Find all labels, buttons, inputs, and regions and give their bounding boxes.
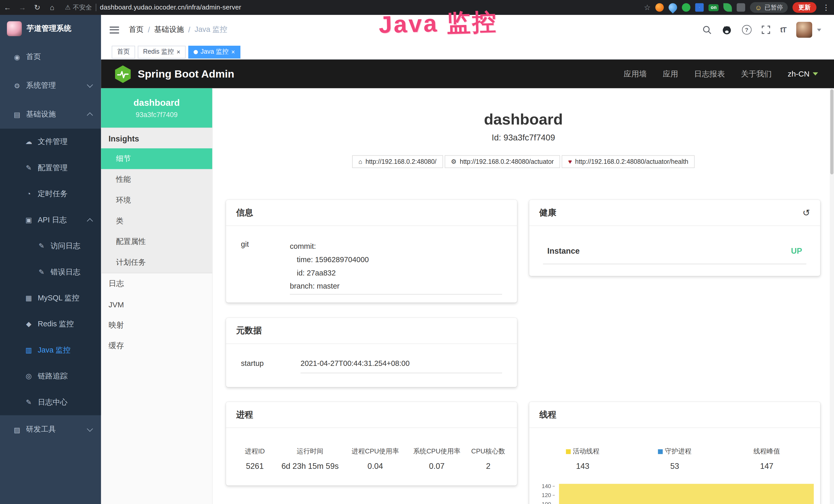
hamburger-icon[interactable] (110, 26, 119, 33)
chrome-toolbar-right: ☆ on ☺ 已暂停 更新 ⋮ (644, 0, 830, 15)
security-warning[interactable]: ⚠ 不安全 (65, 3, 92, 12)
extension-grid-icon[interactable] (695, 3, 704, 12)
service-url-link[interactable]: ⌂ http://192.168.0.2:48080/ (352, 155, 443, 168)
tab-redis-monitor[interactable]: Redis 监控 × (138, 45, 185, 58)
tab-home[interactable]: 首页 (112, 45, 135, 58)
sidebar-item-scheduled-jobs[interactable]: ◔ 定时任务 (0, 181, 101, 207)
page-title: dashboard (213, 111, 834, 128)
scrollbar-thumb[interactable] (830, 89, 833, 174)
url-text[interactable]: dashboard.yudao.iocoder.cn/infra/admin-s… (100, 4, 241, 11)
sidebar-item-label: 错误日志 (50, 267, 81, 277)
sba-item-config-props[interactable]: 配置属性 (101, 231, 212, 252)
sba-nav-applications[interactable]: 应用 (663, 69, 678, 79)
sba-item-caches[interactable]: 缓存 (101, 336, 212, 357)
tab-java-monitor[interactable]: Java 监控 × (188, 45, 240, 58)
address-bar[interactable]: ⚠ 不安全 dashboard.yudao.iocoder.cn/infra/a… (65, 3, 241, 12)
update-button[interactable]: 更新 (792, 2, 816, 13)
back-icon[interactable]: ← (0, 3, 15, 12)
sidebar-item-file-mgmt[interactable]: ☁ 文件管理 (0, 129, 101, 155)
github-icon[interactable] (722, 25, 732, 35)
actuator-url-link[interactable]: ⚙ http://192.168.0.2:48080/actuator (444, 155, 560, 168)
sidebar-item-log-center[interactable]: ✎ 日志中心 (0, 389, 101, 415)
sidebar-item-home[interactable]: ◉ 首页 (0, 43, 101, 71)
smiley-icon: ☺ (755, 3, 762, 11)
instance-block[interactable]: dashboard 93a3fc7f7409 (101, 88, 212, 128)
sba-item-jvm[interactable]: JVM (101, 294, 212, 315)
sidebar-item-label: 系统管理 (26, 81, 56, 90)
health-instance-label: Instance (547, 246, 580, 255)
extension-green-icon[interactable] (682, 3, 690, 12)
sba-item-scheduled-tasks[interactable]: 计划任务 (101, 252, 212, 273)
close-icon[interactable]: × (231, 48, 235, 55)
extension-on-badge[interactable]: on (709, 4, 719, 11)
sba-brand-title[interactable]: Spring Boot Admin (138, 68, 234, 80)
paused-badge[interactable]: ☺ 已暂停 (750, 2, 788, 13)
threads-card: 线程 活动线程 守护进程 线程峰值 143 53 147 140 (529, 402, 820, 504)
locale-selector[interactable]: zh-CN (788, 70, 818, 78)
sba-item-logging[interactable]: 日志 (101, 273, 212, 294)
threads-card-title: 线程 (529, 402, 820, 428)
sidebar-item-access-log[interactable]: ✎ 访问日志 (0, 233, 101, 259)
breadcrumb-infra[interactable]: 基础设施 (154, 25, 184, 35)
health-url-link[interactable]: ♥ http://192.168.0.2:48080/actuator/heal… (562, 155, 695, 168)
sba-item-details[interactable]: 细节 (101, 148, 212, 169)
sba-item-environment[interactable]: 环境 (101, 190, 212, 210)
breadcrumb-home[interactable]: 首页 (129, 25, 144, 35)
close-icon[interactable]: × (177, 48, 180, 55)
home-icon[interactable]: ⌂ (45, 3, 60, 12)
sidebar-item-system[interactable]: ⚙ 系统管理 (0, 71, 101, 100)
sba-nav-about[interactable]: 关于我们 (741, 69, 772, 79)
search-icon[interactable] (702, 25, 711, 34)
fullscreen-icon[interactable] (762, 25, 770, 34)
git-commit-line: commit: (290, 240, 502, 253)
sidebar-item-tracing[interactable]: ◎ 链路追踪 (0, 363, 101, 389)
forward-icon[interactable]: → (15, 3, 30, 12)
sba-item-metrics[interactable]: 性能 (101, 169, 212, 190)
sidebar-item-java-monitor[interactable]: ▥ Java 监控 (0, 337, 101, 363)
sidebar-item-error-log[interactable]: ✎ 错误日志 (0, 259, 101, 285)
health-status-badge: UP (791, 246, 802, 255)
sba-item-mappings[interactable]: 映射 (101, 315, 212, 336)
table-icon: ▦ (24, 294, 33, 302)
sidebar-item-api-log[interactable]: ▣ API 日志 (0, 207, 101, 233)
font-size-icon[interactable]: tT (780, 25, 786, 34)
sba-item-beans[interactable]: 类 (101, 210, 212, 231)
info-card-body: git commit: time: 1596289704000 id: 27aa… (226, 226, 517, 295)
user-avatar[interactable] (796, 22, 812, 38)
bookmark-star-icon[interactable]: ☆ (644, 3, 651, 12)
sidebar-item-dev-tools[interactable]: ▨ 研发工具 (0, 415, 101, 444)
extension-fox-icon[interactable] (656, 3, 664, 12)
extension-leaf-icon[interactable] (724, 3, 732, 12)
history-icon[interactable]: ↺ (803, 207, 810, 218)
sidebar-item-config-mgmt[interactable]: ✎ 配置管理 (0, 155, 101, 181)
sba-sidebar: dashboard 93a3fc7f7409 Insights 细节 性能 环境… (101, 88, 213, 504)
sidebar-item-redis-monitor[interactable]: ◆ Redis 监控 (0, 311, 101, 337)
metadata-card: 元数据 startup 2021-04-27T00:44:31.254+08:0… (226, 318, 517, 387)
reload-icon[interactable]: ↻ (30, 3, 45, 12)
legend-blue-icon (658, 449, 663, 454)
sidebar-item-mysql-monitor[interactable]: ▦ MySQL 监控 (0, 285, 101, 311)
browser-menu-icon[interactable]: ⋮ (822, 3, 830, 12)
sba-nav-journal[interactable]: 日志报表 (694, 69, 725, 79)
process-sys-cpu-value: 0.07 (429, 461, 444, 471)
metadata-card-title: 元数据 (226, 318, 517, 344)
avatar-caret-icon[interactable] (817, 28, 821, 31)
scrollbar-track[interactable] (830, 88, 834, 504)
app-logo[interactable]: 芋道管理系统 (0, 15, 101, 43)
link-label: http://192.168.0.2:48080/actuator/health (575, 158, 688, 165)
process-cores-value: 2 (486, 461, 490, 471)
insights-group-header[interactable]: Insights (101, 128, 212, 148)
extensions-puzzle-icon[interactable] (737, 3, 745, 12)
active-dot-icon (194, 50, 198, 54)
health-row[interactable]: Instance UP (543, 246, 806, 264)
help-icon[interactable]: ? (742, 25, 751, 35)
spring-boot-admin-logo[interactable] (115, 65, 131, 83)
threads-stats: 活动线程 守护进程 线程峰值 143 53 147 (529, 428, 820, 471)
instance-id: 93a3fc7f7409 (136, 110, 177, 118)
health-card-body: Instance UP (529, 226, 820, 264)
threads-col-daemon: 守护进程 (658, 447, 692, 456)
extension-drop-icon[interactable] (667, 2, 679, 14)
locale-label: zh-CN (788, 70, 810, 78)
sba-nav-wallboard[interactable]: 应用墙 (623, 69, 647, 79)
sidebar-item-infra[interactable]: ▤ 基础设施 (0, 100, 101, 129)
